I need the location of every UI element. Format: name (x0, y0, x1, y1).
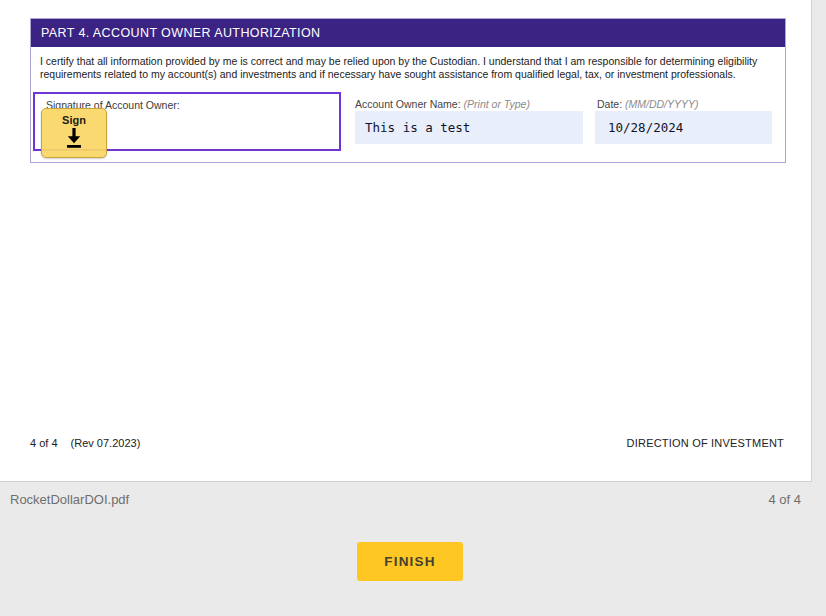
finish-button[interactable]: FINISH (357, 542, 463, 581)
sign-tab-label: Sign (42, 114, 106, 126)
revision-text: (Rev 07.2023) (71, 437, 141, 449)
date-hint: (MM/DD/YYYY) (625, 98, 699, 110)
owner-name-label: Account Owner Name: (Print or Type) (355, 98, 530, 110)
document-page: PART 4. ACCOUNT OWNER AUTHORIZATION I ce… (0, 0, 812, 482)
date-field[interactable]: 10/28/2024 (595, 111, 772, 144)
owner-name-label-text: Account Owner Name: (355, 98, 461, 110)
sign-here-tab[interactable]: Sign (41, 108, 107, 158)
sign-arrow-icon (62, 127, 86, 149)
date-label: Date: (MM/DD/YYYY) (597, 98, 699, 110)
owner-name-field[interactable]: This is a test (355, 111, 583, 144)
owner-name-value: This is a test (365, 120, 470, 135)
signing-viewport: PART 4. ACCOUNT OWNER AUTHORIZATION I ce… (0, 0, 826, 616)
page-footer-left: 4 of 4 (Rev 07.2023) (30, 437, 140, 449)
certification-text: I certify that all information provided … (40, 55, 780, 82)
file-name: RocketDollarDOI.pdf (10, 492, 129, 507)
document-title-text: DIRECTION OF INVESTMENT (627, 437, 784, 449)
date-value: 10/28/2024 (608, 120, 683, 135)
page-number-text: 4 of 4 (30, 437, 58, 449)
date-label-text: Date: (597, 98, 622, 110)
section-header: PART 4. ACCOUNT OWNER AUTHORIZATION (31, 19, 785, 47)
page-indicator: 4 of 4 (768, 492, 801, 507)
owner-name-hint: (Print or Type) (464, 98, 530, 110)
